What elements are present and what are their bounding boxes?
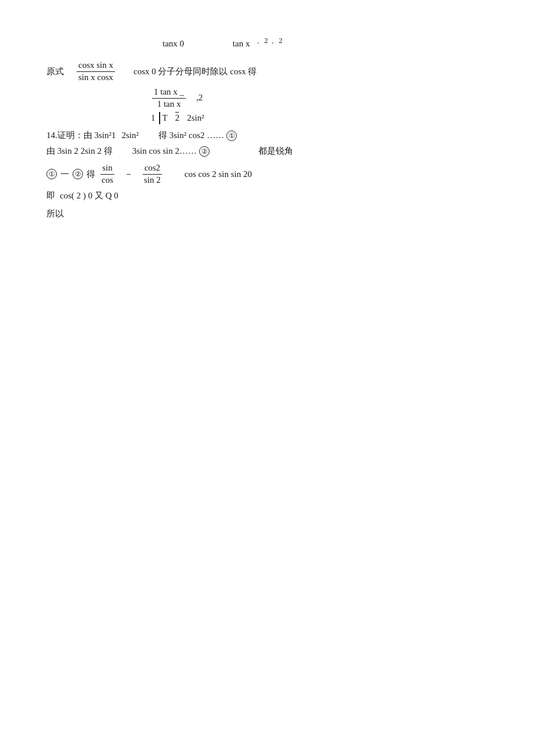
- fraction-numerator: cosx sin x: [77, 60, 115, 72]
- subtract-line: ① 一 ② 得 sin cos － cos2 sin 2 cos cos 2 s…: [46, 162, 488, 186]
- superscript-val: 、2: [271, 37, 282, 45]
- number-1: 1: [151, 113, 156, 123]
- cos2-over-sin2: cos2 sin 2: [142, 162, 163, 186]
- minus-sign: 一: [60, 169, 69, 180]
- big-fraction-wrap: 1 T 2 2sin²: [151, 112, 488, 124]
- comma2: ,2: [196, 91, 203, 106]
- ie-line: 即 cos( 2 ) 0 又 Q 0: [46, 190, 488, 201]
- tan-x: tan x: [233, 39, 250, 48]
- tan-denominator: 1 tan x: [156, 99, 183, 110]
- bracket-fraction: T: [159, 112, 169, 124]
- tan-fraction-block: 1 tan x _ 1 tan x ,2: [151, 86, 488, 110]
- tan-fraction: 1 tan x _ 1 tan x: [152, 86, 186, 110]
- item14-label: 14.证明：由 3sin²1: [46, 130, 116, 141]
- tanx-zero: tanx 0: [163, 39, 184, 48]
- item14-sep: 2sin²: [122, 131, 139, 140]
- sin2-den: sin 2: [142, 175, 163, 186]
- line2-start: 由 3sin 2 2sin 2 得: [46, 146, 113, 157]
- suoyi-line: 所以: [46, 208, 488, 219]
- original-formula-line: 原式 cosx sin x sin x cosx cosx 0 分子分母同时除以…: [46, 60, 488, 83]
- circle-ref-2: ②: [73, 169, 83, 179]
- item-14-line1: 14.证明：由 3sin²1 2sin² 得 3sin² cos2 …… ①: [46, 130, 488, 141]
- cos-den: cos: [100, 175, 115, 186]
- line2-mid: 3sin cos sin 2……: [132, 146, 197, 156]
- page-content: tanx 0 tan x 、2 、2 原式 cosx sin x sin x c…: [46, 35, 488, 219]
- cosx-condition: cosx 0 分子分母同时除以 cosx 得: [134, 66, 257, 77]
- line2-end: 都是锐角: [258, 146, 293, 157]
- top-formula-line: tanx 0 tan x 、2 、2: [46, 35, 488, 50]
- cos-expr: cos cos 2 sin sin 20: [185, 169, 252, 179]
- item14-result: 得 3sin² cos2 ……: [158, 130, 224, 141]
- sin-over-cos: sin cos: [100, 162, 115, 186]
- ie-label: 即: [46, 190, 55, 201]
- subtract-op: －: [124, 169, 133, 180]
- fraction-denominator: sin x cosx: [77, 72, 115, 84]
- bracket-top: T: [163, 112, 169, 124]
- ie-expr: cos( 2 ) 0 又 Q 0: [60, 190, 118, 201]
- circle-1: ①: [226, 131, 237, 141]
- get-label: 得: [86, 169, 95, 180]
- item-14-line2: 由 3sin 2 2sin 2 得 3sin cos sin 2…… ② 都是锐…: [46, 146, 488, 157]
- main-fraction: cosx sin x sin x cosx: [77, 60, 115, 83]
- two-sin-sq: 2sin²: [187, 113, 204, 123]
- sin-num: sin: [100, 162, 114, 175]
- two: 2: [174, 113, 182, 124]
- circle-2: ②: [199, 146, 210, 157]
- tan-line-1: 1 tan x _ 1 tan x ,2: [151, 86, 203, 110]
- one-over-two: 2: [174, 112, 182, 124]
- circle-ref-1: ①: [46, 169, 57, 179]
- suoyi-text: 所以: [46, 209, 64, 218]
- cos2-num: cos2: [143, 162, 163, 175]
- yuanshi-label: 原式: [46, 66, 70, 77]
- tan-numerator: 1 tan x _: [152, 86, 186, 99]
- superscript-2: 、2: [257, 37, 268, 45]
